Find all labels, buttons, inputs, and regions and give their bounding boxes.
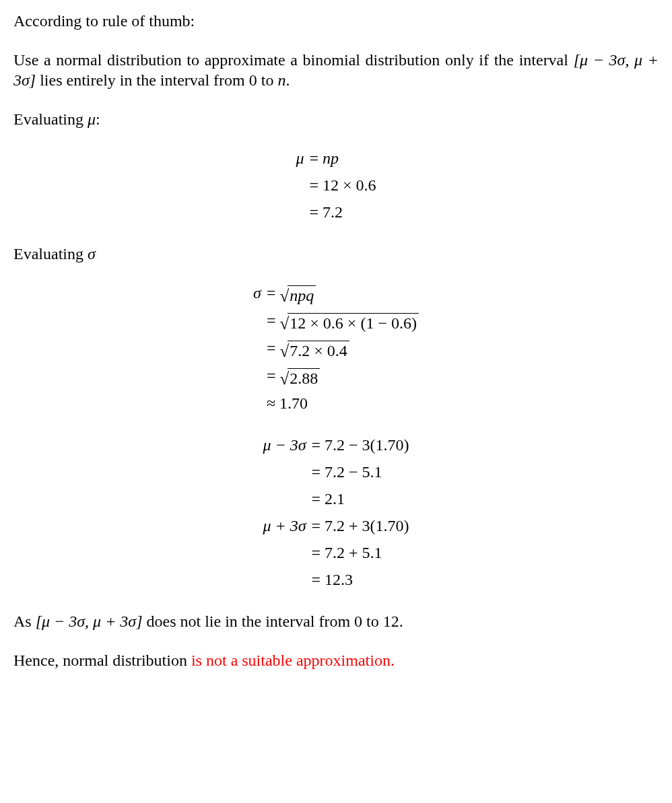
mu-step-1-rhs: = 12 × 0.6 [309,175,376,195]
bounds-step-1-rhs: = 7.2 − 5.1 [312,462,409,482]
conclusion-b-red: is not a suitable approximation. [191,652,395,669]
sigma-step-3-rhs: = √2.88 [267,365,419,386]
mu-heading-text-a: Evaluating [13,110,88,128]
conclusion-a-post: does not lie in the interval from 0 to 1… [143,613,403,630]
sigma-step-4-rhs: ≈ 1.70 [267,393,419,413]
bounds-step-2-rhs: = 2.1 [312,489,409,509]
sigma-heading: Evaluating σ [13,244,659,264]
conclusion-line-a: As [μ − 3σ, μ + 3σ] does not lie in the … [13,611,659,631]
rule-post-b: . [285,71,290,89]
rule-statement: Use a normal distribution to approximate… [13,50,659,90]
conclusion-line-b: Hence, normal distribution is not a suit… [13,650,659,670]
mu-step-2-rhs: = 7.2 [309,202,376,222]
conclusion-a-interval: [μ − 3σ, μ + 3σ] [36,613,143,630]
mu-heading-var: μ [88,110,96,128]
conclusion-a-pre: As [13,613,36,630]
bounds-step-5-rhs: = 12.3 [312,569,409,590]
intro-line1: According to rule of thumb: [13,12,195,30]
sqrt-icon: √2.88 [279,368,320,386]
rule-n: n [277,71,285,89]
sigma-heading-text: Evaluating [13,245,88,263]
sigma-derivation: σ = √npq = √12 × 0.6 × (1 − 0.6) = √7.2 … [13,283,659,413]
mu-step-0-rhs: = np [309,148,376,168]
sigma-step-0-rhs: = √npq [267,283,419,304]
bounds-step-4-rhs: = 7.2 + 5.1 [312,543,409,563]
bounds-step-3-rhs: = 7.2 + 3(1.70) [312,516,409,536]
mu-step-0-lhs: μ [296,148,304,168]
rule-post-a: lies entirely in the interval from 0 to [36,71,277,89]
bounds-derivation: μ − 3σ = 7.2 − 3(1.70) = 7.2 − 5.1 = 2.1… [13,435,659,590]
mu-heading: Evaluating μ: [13,109,659,129]
bounds-step-0-rhs: = 7.2 − 3(1.70) [312,435,409,455]
sqrt-icon: √npq [279,285,316,304]
sqrt-icon: √7.2 × 0.4 [279,341,349,359]
sigma-step-1-rhs: = √12 × 0.6 × (1 − 0.6) [267,310,419,331]
bounds-step-0-lhs: μ − 3σ [263,435,306,455]
conclusion-b-pre: Hence, normal distribution [13,652,191,669]
mu-derivation: μ = np = 12 × 0.6 = 7.2 [13,148,659,222]
sqrt-icon: √12 × 0.6 × (1 − 0.6) [279,313,418,331]
sigma-step-2-rhs: = √7.2 × 0.4 [267,338,419,359]
sigma-heading-var: σ [88,245,96,263]
sigma-step-0-lhs: σ [253,283,261,303]
rule-pre: Use a normal distribution to approximate… [13,51,574,69]
intro-rule-of-thumb: According to rule of thumb: [13,11,659,31]
bounds-step-3-lhs: μ + 3σ [263,516,306,536]
mu-heading-text-b: : [96,110,100,128]
